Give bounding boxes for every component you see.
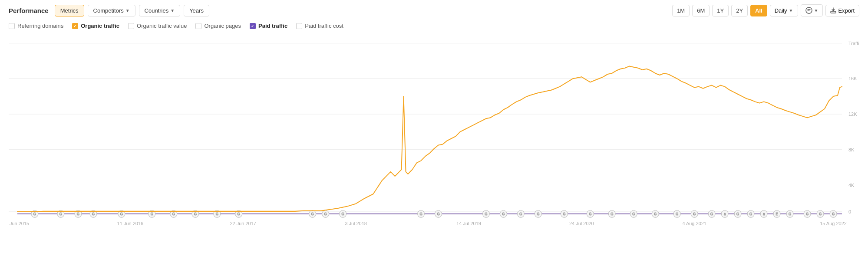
- svg-text:a: a: [763, 212, 765, 216]
- metrics-row: Referring domains ✓ Organic traffic Orga…: [9, 23, 859, 29]
- chevron-down-icon: ▼: [170, 8, 175, 13]
- performance-chart: G G G G G G G G G G G: [9, 34, 859, 234]
- svg-text:4K: 4K: [848, 183, 855, 188]
- paid-traffic-cost-label: Paid traffic cost: [305, 23, 343, 29]
- svg-text:G: G: [120, 212, 123, 216]
- svg-text:E: E: [776, 212, 778, 216]
- svg-text:G: G: [419, 212, 422, 216]
- daily-button[interactable]: Daily ▼: [770, 5, 798, 16]
- time-1m-button[interactable]: 1M: [672, 5, 690, 16]
- time-1y-button[interactable]: 1Y: [712, 5, 729, 16]
- metric-organic-traffic-value[interactable]: Organic traffic value: [128, 23, 187, 29]
- metric-paid-traffic[interactable]: ✓ Paid traffic: [250, 23, 287, 29]
- metric-organic-pages[interactable]: Organic pages: [195, 23, 241, 29]
- page-title: Performance: [9, 7, 49, 14]
- chevron-down-icon: ▼: [789, 8, 793, 13]
- paid-traffic-cost-checkbox[interactable]: [296, 23, 302, 29]
- svg-text:G: G: [563, 212, 565, 216]
- organic-pages-checkbox[interactable]: [195, 23, 201, 29]
- competitors-button[interactable]: Competitors ▼: [88, 5, 135, 16]
- svg-text:G: G: [589, 212, 591, 216]
- referring-domains-label: Referring domains: [17, 23, 63, 29]
- time-all-button[interactable]: All: [750, 5, 767, 16]
- chart-area: G G G G G G G G G G G: [9, 34, 859, 234]
- metric-referring-domains[interactable]: Referring domains: [9, 23, 63, 29]
- chevron-down-icon: ▼: [814, 8, 818, 13]
- svg-rect-1: [831, 11, 836, 13]
- svg-text:G: G: [172, 212, 175, 216]
- svg-text:G: G: [324, 212, 327, 216]
- svg-text:8K: 8K: [848, 147, 855, 152]
- svg-text:G: G: [749, 212, 752, 216]
- export-icon: [830, 7, 836, 13]
- svg-text:11 Jun 2016: 11 Jun 2016: [117, 220, 143, 226]
- svg-text:G: G: [736, 212, 739, 216]
- svg-text:14 Jul 2019: 14 Jul 2019: [456, 220, 481, 226]
- svg-text:G: G: [819, 212, 822, 216]
- organic-pages-label: Organic pages: [204, 23, 241, 29]
- svg-text:G: G: [194, 212, 197, 216]
- svg-text:G: G: [710, 212, 713, 216]
- svg-text:15 Aug 2022: 15 Aug 2022: [820, 220, 847, 226]
- svg-text:24 Jul 2020: 24 Jul 2020: [569, 220, 594, 226]
- organic-traffic-checkbox[interactable]: ✓: [72, 23, 78, 29]
- comment-icon: [805, 7, 812, 14]
- comment-button[interactable]: ▼: [801, 4, 823, 16]
- svg-text:Traffic: Traffic: [848, 40, 859, 46]
- svg-text:0: 0: [848, 209, 851, 214]
- metric-paid-traffic-cost[interactable]: Paid traffic cost: [296, 23, 343, 29]
- svg-text:a: a: [724, 212, 726, 216]
- svg-text:3 Jul 2018: 3 Jul 2018: [345, 220, 367, 226]
- svg-text:G: G: [693, 212, 696, 216]
- time-6m-button[interactable]: 6M: [692, 5, 710, 16]
- svg-text:G: G: [676, 212, 678, 216]
- paid-traffic-label: Paid traffic: [258, 23, 287, 29]
- svg-text:G: G: [537, 212, 539, 216]
- svg-text:G: G: [216, 212, 218, 216]
- countries-button[interactable]: Countries ▼: [139, 5, 181, 16]
- svg-text:G: G: [832, 212, 835, 216]
- paid-traffic-checkbox[interactable]: ✓: [250, 23, 256, 29]
- svg-text:G: G: [437, 212, 439, 216]
- svg-text:G: G: [502, 212, 505, 216]
- organic-traffic-value-checkbox[interactable]: [128, 23, 134, 29]
- svg-text:G: G: [311, 212, 314, 216]
- svg-text:4 Aug 2021: 4 Aug 2021: [682, 220, 706, 226]
- svg-text:22 Jun 2017: 22 Jun 2017: [230, 220, 256, 226]
- svg-text:G: G: [789, 212, 791, 216]
- years-button[interactable]: Years: [184, 5, 209, 16]
- metric-organic-traffic[interactable]: ✓ Organic traffic: [72, 23, 119, 29]
- svg-text:1 Jun 2015: 1 Jun 2015: [9, 220, 29, 226]
- time-2y-button[interactable]: 2Y: [731, 5, 748, 16]
- svg-text:G: G: [33, 212, 36, 216]
- metrics-button[interactable]: Metrics: [55, 5, 84, 16]
- svg-text:G: G: [59, 212, 62, 216]
- svg-text:12K: 12K: [848, 112, 857, 117]
- svg-text:G: G: [654, 212, 657, 216]
- svg-text:G: G: [341, 212, 344, 216]
- svg-text:G: G: [238, 212, 240, 216]
- svg-text:G: G: [519, 212, 522, 216]
- svg-text:G: G: [632, 212, 635, 216]
- organic-traffic-label: Organic traffic: [81, 23, 119, 29]
- svg-text:G: G: [611, 212, 613, 216]
- svg-text:G: G: [77, 212, 79, 216]
- svg-text:G: G: [485, 212, 487, 216]
- svg-text:16K: 16K: [848, 76, 857, 81]
- chevron-down-icon: ▼: [125, 8, 130, 13]
- organic-traffic-value-label: Organic traffic value: [137, 23, 187, 29]
- referring-domains-checkbox[interactable]: [9, 23, 15, 29]
- svg-text:G: G: [806, 212, 809, 216]
- svg-text:G: G: [92, 212, 95, 216]
- svg-text:G: G: [151, 212, 153, 216]
- export-button[interactable]: Export: [825, 5, 859, 16]
- svg-point-0: [806, 7, 812, 13]
